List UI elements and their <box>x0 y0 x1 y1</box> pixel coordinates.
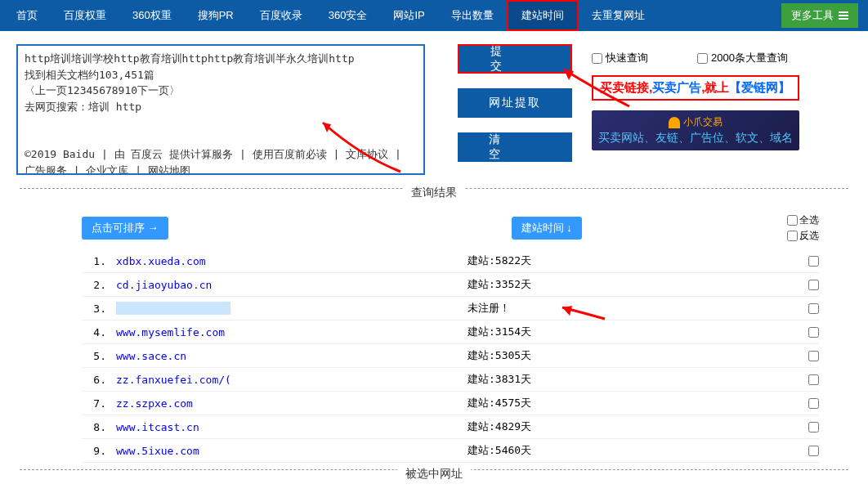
row-time: 建站:4829天 <box>468 419 531 434</box>
row-url-link[interactable]: www.mysemlife.com <box>116 326 468 338</box>
nav-bar: 首页百度权重360权重搜狗PR百度收录360安全网站IP导出数量建站时间去重复网… <box>0 0 868 31</box>
options-row: 快速查询 2000条大量查询 <box>592 51 799 65</box>
arrow-annotation-1 <box>311 114 409 180</box>
nav-item-2[interactable]: 360权重 <box>119 0 185 31</box>
row-checkbox[interactable] <box>808 327 819 338</box>
row-checkbox[interactable] <box>808 398 819 409</box>
fast-query-label: 快速查询 <box>606 51 648 65</box>
nav-item-1[interactable]: 百度权重 <box>51 0 119 31</box>
row-url-link[interactable]: cd.jiaoyubao.cn <box>116 279 468 291</box>
footer-title: 被选中网址 <box>397 467 471 482</box>
bulk-query-option[interactable]: 2000条大量查询 <box>697 51 788 65</box>
time-sort-button[interactable]: 建站时间 ↓ <box>512 217 582 240</box>
svg-marker-2 <box>562 306 572 316</box>
results-title: 查询结果 <box>403 186 465 200</box>
table-row: 8.www.itcast.cn建站:4829天 <box>82 415 819 439</box>
row-checkbox[interactable] <box>808 256 819 267</box>
results-area: 点击可排序 → 建站时间 ↓ 全选 反选 1.xdbx.xueda.com建站:… <box>0 207 868 463</box>
main-area: http培训培训学校http教育培训httphttp教育培训半永久培训http … <box>0 31 868 182</box>
nav-item-7[interactable]: 导出数量 <box>438 0 507 31</box>
row-checkbox[interactable] <box>808 351 819 361</box>
row-number: 8. <box>82 421 106 433</box>
row-number: 3. <box>82 303 106 315</box>
row-time: 建站:4575天 <box>468 396 531 410</box>
nav-item-0[interactable]: 首页 <box>3 0 51 31</box>
fast-query-checkbox[interactable] <box>592 53 602 64</box>
select-all-checkbox[interactable] <box>787 215 798 226</box>
buttons-column: 提交 网址提取 清空 <box>458 44 572 162</box>
table-row: 5.www.sace.cn建站:5305天 <box>82 344 819 368</box>
row-time: 建站:5460天 <box>468 443 531 458</box>
row-checkbox[interactable] <box>808 303 819 314</box>
table-row: 2.cd.jiaoyubao.cn建站:3352天 <box>82 273 819 297</box>
row-url-link[interactable]: zz.szpxe.com <box>116 397 468 410</box>
nav-item-5[interactable]: 360安全 <box>315 0 381 31</box>
row-url-link <box>116 302 230 315</box>
row-url-link[interactable]: www.5ixue.com <box>116 445 468 457</box>
row-time: 建站:3352天 <box>468 277 531 292</box>
row-number: 4. <box>82 326 106 338</box>
row-time: 建站:5822天 <box>468 253 531 268</box>
sort-header: 点击可排序 → 建站时间 ↓ 全选 反选 <box>82 213 819 243</box>
hamburger-icon <box>839 11 848 20</box>
row-number: 7. <box>82 397 106 410</box>
more-tools-button[interactable]: 更多工具 <box>781 3 858 28</box>
row-url-link[interactable]: zz.fanxuefei.com/( <box>116 374 468 386</box>
row-number: 2. <box>82 279 106 291</box>
arrow-annotation-2 <box>556 65 638 114</box>
nav-item-9[interactable]: 去重复网址 <box>579 0 658 31</box>
ad2-top-label: 小爪交易 <box>683 115 723 129</box>
fast-query-option[interactable]: 快速查询 <box>592 51 648 65</box>
clear-button[interactable]: 清空 <box>458 132 572 162</box>
claw-icon <box>669 117 680 128</box>
more-tools-label: 更多工具 <box>791 8 834 23</box>
table-row: 9.www.5ixue.com建站:5460天 <box>82 439 819 463</box>
nav-item-8[interactable]: 建站时间 <box>507 0 579 31</box>
table-row: 4.www.mysemlife.com建站:3154天 <box>82 320 819 344</box>
row-url-link[interactable]: www.sace.cn <box>116 350 468 362</box>
nav-item-3[interactable]: 搜狗PR <box>185 0 247 31</box>
submit-button[interactable]: 提交 <box>458 44 572 74</box>
select-controls: 全选 反选 <box>787 213 819 243</box>
ad-banner-2[interactable]: 小爪交易 买卖网站、友链、广告位、软文、域名 <box>592 110 799 150</box>
table-row: 1.xdbx.xueda.com建站:5822天 <box>82 249 819 273</box>
row-number: 6. <box>82 374 106 386</box>
arrow-annotation-3 <box>556 301 613 325</box>
table-row: 7.zz.szpxe.com建站:4575天 <box>82 392 819 415</box>
table-row: 6.zz.fanxuefei.com/(建站:3831天 <box>82 368 819 392</box>
bulk-query-checkbox[interactable] <box>697 53 708 64</box>
nav-item-4[interactable]: 百度收录 <box>247 0 315 31</box>
table-row: 3.未注册！ <box>82 297 819 320</box>
select-all-option[interactable]: 全选 <box>787 213 819 227</box>
sort-button[interactable]: 点击可排序 → <box>82 217 168 240</box>
row-time: 建站:3831天 <box>468 372 531 387</box>
row-time: 建站:3154天 <box>468 325 531 339</box>
row-checkbox[interactable] <box>808 422 819 433</box>
row-time: 未注册！ <box>468 301 510 316</box>
row-number: 9. <box>82 445 106 457</box>
ad2-bottom-label: 买卖网站、友链、广告位、软文、域名 <box>598 131 793 146</box>
row-time: 建站:5305天 <box>468 348 531 363</box>
invert-option[interactable]: 反选 <box>787 229 819 243</box>
row-url-link[interactable]: xdbx.xueda.com <box>116 255 468 267</box>
bulk-query-label: 2000条大量查询 <box>711 51 788 65</box>
results-list: 1.xdbx.xueda.com建站:5822天2.cd.jiaoyubao.c… <box>82 249 819 463</box>
row-number: 1. <box>82 255 106 267</box>
row-checkbox[interactable] <box>808 374 819 385</box>
nav-item-6[interactable]: 网站IP <box>380 0 437 31</box>
row-checkbox[interactable] <box>808 280 819 290</box>
extract-button[interactable]: 网址提取 <box>458 88 572 118</box>
row-number: 5. <box>82 350 106 362</box>
row-url-link[interactable]: www.itcast.cn <box>116 421 468 433</box>
invert-checkbox[interactable] <box>787 231 798 241</box>
row-checkbox[interactable] <box>808 446 819 456</box>
